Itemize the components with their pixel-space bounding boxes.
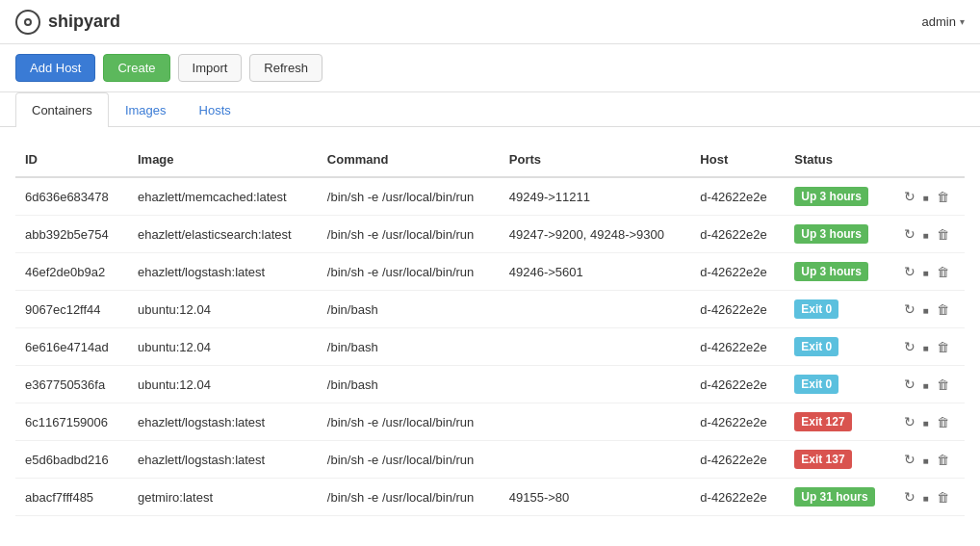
row-actions xyxy=(904,301,956,317)
table-row: 46ef2de0b9a2 ehazlett/logstash:latest /b… xyxy=(15,253,965,291)
add-host-button[interactable]: Add Host xyxy=(15,54,95,82)
restart-icon[interactable] xyxy=(904,377,916,392)
delete-icon[interactable] xyxy=(937,414,949,429)
stop-icon[interactable] xyxy=(923,452,929,467)
cell-actions xyxy=(894,253,966,291)
topnav: shipyard admin ▾ xyxy=(0,0,980,44)
stop-icon[interactable] xyxy=(923,339,929,354)
cell-image: ehazlett/logstash:latest xyxy=(128,253,318,291)
cell-image: ubuntu:12.04 xyxy=(128,366,318,403)
table-row: 6c1167159006 ehazlett/logstash:latest /b… xyxy=(15,403,965,441)
cell-status: Up 3 hours xyxy=(785,177,893,216)
brand-logo-inner xyxy=(24,18,32,26)
cell-host: d-42622e2e xyxy=(690,441,785,479)
stop-icon[interactable] xyxy=(923,377,929,392)
restart-icon[interactable] xyxy=(904,339,916,354)
cell-ports xyxy=(500,403,691,441)
cell-ports xyxy=(500,366,691,403)
user-label: admin xyxy=(922,14,956,29)
restart-icon[interactable] xyxy=(904,414,916,429)
table-row: 6e616e4714ad ubuntu:12.04 /bin/bash d-42… xyxy=(15,328,965,366)
stop-icon[interactable] xyxy=(923,489,929,505)
cell-image: ehazlett/memcached:latest xyxy=(128,177,318,216)
row-actions xyxy=(904,226,956,242)
delete-icon[interactable] xyxy=(937,264,949,279)
tab-containers[interactable]: Containers xyxy=(15,92,109,127)
cell-actions xyxy=(894,216,966,253)
table-row: abacf7fff485 getmiro:latest /bin/sh -e /… xyxy=(15,479,965,516)
cell-image: ehazlett/logstash:latest xyxy=(128,403,318,441)
table-row: e367750536fa ubuntu:12.04 /bin/bash d-42… xyxy=(15,366,965,403)
restart-icon[interactable] xyxy=(904,452,916,467)
tab-images[interactable]: Images xyxy=(109,92,183,127)
delete-icon[interactable] xyxy=(937,339,949,354)
cell-id: abb392b5e754 xyxy=(15,216,128,253)
cell-command: /bin/sh -e /usr/local/bin/run xyxy=(318,403,500,441)
table-row: abb392b5e754 ehazlett/elasticsearch:late… xyxy=(15,216,965,253)
cell-host: d-42622e2e xyxy=(690,291,785,328)
delete-icon[interactable] xyxy=(937,452,949,467)
row-actions xyxy=(904,377,956,392)
brand-logo-icon xyxy=(15,10,40,35)
cell-image: ubuntu:12.04 xyxy=(128,328,318,366)
cell-command: /bin/sh -e /usr/local/bin/run xyxy=(318,253,500,291)
tabs: Containers Images Hosts xyxy=(0,92,980,127)
delete-icon[interactable] xyxy=(937,489,949,505)
row-actions xyxy=(904,489,956,505)
refresh-button[interactable]: Refresh xyxy=(249,54,322,82)
cell-actions xyxy=(894,403,966,441)
cell-status: Exit 127 xyxy=(785,403,893,441)
cell-status: Exit 0 xyxy=(785,366,893,403)
cell-actions xyxy=(894,366,966,403)
stop-icon[interactable] xyxy=(923,414,929,429)
toolbar: Add Host Create Import Refresh xyxy=(0,44,980,92)
stop-icon[interactable] xyxy=(923,189,929,204)
status-badge: Up 3 hours xyxy=(794,187,868,206)
cell-image: getmiro:latest xyxy=(128,479,318,516)
cell-ports xyxy=(500,328,691,366)
delete-icon[interactable] xyxy=(937,226,949,242)
containers-table-container: ID Image Command Ports Host Status 6d636… xyxy=(0,127,980,532)
cell-status: Exit 137 xyxy=(785,441,893,479)
restart-icon[interactable] xyxy=(904,189,916,204)
restart-icon[interactable] xyxy=(904,226,916,242)
stop-icon[interactable] xyxy=(923,264,929,279)
row-actions xyxy=(904,189,956,204)
restart-icon[interactable] xyxy=(904,301,916,317)
col-id: ID xyxy=(15,143,128,177)
user-menu[interactable]: admin ▾ xyxy=(922,14,965,29)
status-badge: Exit 0 xyxy=(794,375,838,394)
cell-host: d-42622e2e xyxy=(690,253,785,291)
restart-icon[interactable] xyxy=(904,264,916,279)
col-ports: Ports xyxy=(500,143,691,177)
cell-status: Exit 0 xyxy=(785,291,893,328)
status-badge: Up 3 hours xyxy=(794,262,868,281)
cell-command: /bin/sh -e /usr/local/bin/run xyxy=(318,479,500,516)
col-command: Command xyxy=(318,143,500,177)
cell-id: 6c1167159006 xyxy=(15,403,128,441)
brand-name: shipyard xyxy=(48,12,120,32)
cell-actions xyxy=(894,328,966,366)
row-actions xyxy=(904,339,956,354)
delete-icon[interactable] xyxy=(937,189,949,204)
import-button[interactable]: Import xyxy=(178,54,243,82)
cell-id: abacf7fff485 xyxy=(15,479,128,516)
col-image: Image xyxy=(128,143,318,177)
cell-command: /bin/sh -e /usr/local/bin/run xyxy=(318,216,500,253)
tab-hosts[interactable]: Hosts xyxy=(183,92,247,127)
col-actions xyxy=(894,143,966,177)
delete-icon[interactable] xyxy=(937,377,949,392)
delete-icon[interactable] xyxy=(937,301,949,317)
status-badge: Exit 0 xyxy=(794,337,838,356)
row-actions xyxy=(904,414,956,429)
status-badge: Up 3 hours xyxy=(794,224,868,244)
cell-ports: 49247->9200, 49248->9300 xyxy=(500,216,691,253)
cell-id: 9067ec12ff44 xyxy=(15,291,128,328)
status-badge: Up 31 hours xyxy=(794,487,874,507)
user-caret-icon: ▾ xyxy=(960,16,965,27)
create-button[interactable]: Create xyxy=(103,54,169,82)
stop-icon[interactable] xyxy=(923,226,929,242)
cell-host: d-42622e2e xyxy=(690,177,785,216)
stop-icon[interactable] xyxy=(923,301,929,317)
restart-icon[interactable] xyxy=(904,489,916,505)
